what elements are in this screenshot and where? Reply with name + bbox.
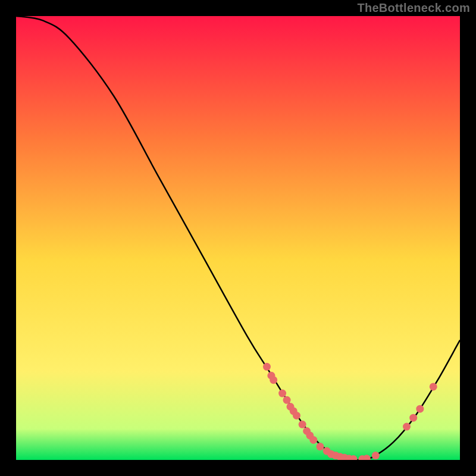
watermark-text: TheBottleneck.com xyxy=(357,1,470,15)
data-point xyxy=(403,423,411,431)
data-point xyxy=(409,414,417,422)
data-point xyxy=(309,436,317,444)
data-point xyxy=(270,376,277,384)
plot-area xyxy=(16,16,460,460)
data-point xyxy=(283,396,291,404)
data-point xyxy=(278,390,286,397)
gradient-background xyxy=(16,16,460,460)
data-point xyxy=(416,405,424,413)
data-point xyxy=(299,421,306,428)
data-point xyxy=(430,383,437,390)
data-point xyxy=(317,443,324,450)
data-point xyxy=(263,363,271,371)
chart-container: TheBottleneck.com xyxy=(0,0,476,476)
data-point xyxy=(372,452,380,459)
chart-svg xyxy=(16,16,460,460)
data-point xyxy=(293,412,300,419)
